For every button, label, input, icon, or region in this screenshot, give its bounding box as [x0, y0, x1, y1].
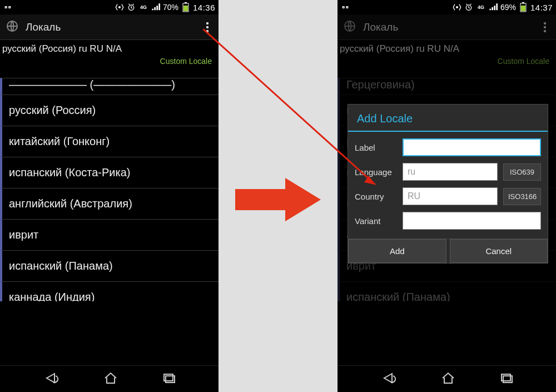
back-button[interactable] — [380, 371, 398, 387]
cancel-button[interactable]: Cancel — [450, 239, 548, 263]
recents-button[interactable] — [498, 371, 514, 387]
list-item[interactable]: каннада (Индия) — [0, 281, 219, 301]
iso3166-button[interactable]: ISO3166 — [503, 188, 541, 205]
list-item[interactable]: русский (Россия) — [0, 95, 219, 126]
status-clock: 14:37 — [530, 3, 553, 12]
list-item[interactable]: китайский (Гонконг) — [0, 126, 219, 157]
phone-left: 4G 70% 14:36 Локаль русский (Ро — [0, 0, 219, 392]
country-field-label: Country — [355, 192, 397, 201]
home-button[interactable] — [440, 371, 456, 387]
nav-bar — [337, 365, 556, 392]
signal-icon — [151, 3, 160, 12]
svg-rect-0 — [5, 7, 7, 8]
svg-rect-1 — [9, 7, 11, 8]
svg-rect-11 — [346, 7, 348, 8]
status-bar: 4G 70% 14:36 — [0, 0, 219, 14]
battery-icon — [519, 3, 528, 12]
app-bar: Локаль — [0, 14, 219, 40]
app-title: Локаль — [26, 21, 61, 33]
label-input[interactable] — [403, 138, 541, 156]
svg-rect-15 — [522, 2, 524, 3]
language-field-label: Language — [355, 167, 397, 177]
svg-rect-6 — [183, 6, 188, 11]
list-item[interactable]: английский (Австралия) — [0, 188, 219, 219]
label-field-label: Label — [355, 143, 397, 152]
battery-icon — [181, 3, 190, 12]
list-item[interactable]: иврит — [0, 219, 219, 250]
overflow-menu-button[interactable] — [202, 18, 213, 36]
locale-list[interactable]: ——————— (———————) русский (Россия) китай… — [0, 78, 219, 365]
variant-field-label: Variant — [355, 216, 397, 226]
svg-rect-5 — [185, 2, 187, 3]
signal-icon — [489, 3, 498, 12]
vibrate-icon — [453, 3, 461, 12]
svg-rect-16 — [521, 6, 525, 11]
recents-button[interactable] — [161, 371, 176, 387]
list-item[interactable]: испанский (Коста-Рика) — [0, 157, 219, 188]
home-button[interactable] — [103, 371, 118, 387]
usb-icon — [3, 3, 12, 12]
custom-locale-link[interactable]: Custom Locale — [0, 56, 219, 69]
variant-input[interactable] — [403, 212, 541, 230]
nav-bar — [0, 365, 219, 392]
status-clock: 14:36 — [193, 3, 215, 12]
list-item[interactable]: испанский (Панама) — [0, 250, 219, 281]
usb-icon — [341, 3, 350, 12]
network-4g-icon: 4G — [138, 3, 148, 12]
iso639-button[interactable]: ISO639 — [503, 163, 541, 181]
country-input[interactable]: RU — [403, 187, 498, 205]
alarm-icon — [464, 3, 473, 12]
svg-point-12 — [456, 6, 458, 8]
list-item[interactable]: ——————— (———————) — [0, 78, 219, 95]
svg-marker-22 — [235, 178, 321, 221]
svg-rect-10 — [342, 7, 344, 8]
alarm-icon — [127, 3, 136, 12]
dialog-title: Add Locale — [348, 105, 548, 131]
current-locale: русский (Россия) ru RU N/A — [0, 40, 219, 56]
status-bar: 4G 69% 14:37 — [337, 0, 556, 14]
globe-icon — [6, 19, 19, 35]
add-locale-dialog: Add Locale Label Language ru ISO639 Coun… — [348, 104, 548, 264]
add-button[interactable]: Add — [348, 239, 446, 263]
vibrate-icon — [115, 3, 124, 12]
back-button[interactable] — [42, 371, 60, 387]
svg-point-2 — [118, 6, 121, 8]
language-input[interactable]: ru — [403, 163, 498, 181]
network-4g-icon: 4G — [476, 3, 486, 12]
battery-percent: 70% — [163, 3, 178, 12]
phone-right: 4G 69% 14:37 Локаль русский (Ро — [337, 0, 556, 392]
battery-percent: 69% — [500, 3, 516, 12]
annotation-arrows — [219, 0, 337, 392]
